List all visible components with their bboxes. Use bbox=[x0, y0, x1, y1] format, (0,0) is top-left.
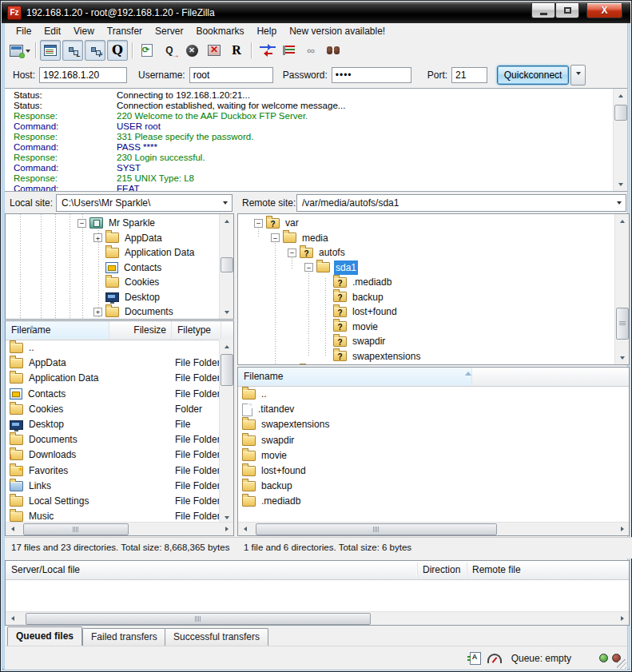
file-list-item[interactable]: DocumentsFile Folder bbox=[6, 432, 220, 447]
menu-item-bookmarks[interactable]: Bookmarks bbox=[189, 24, 250, 38]
toggle-remote-tree-button[interactable]: F bbox=[85, 40, 105, 61]
tree-item[interactable]: backup bbox=[238, 290, 629, 305]
file-list-item[interactable]: DesktopFile bbox=[6, 417, 220, 432]
directory-comparison-button[interactable] bbox=[278, 40, 299, 61]
remote-list-hscrollbar-thumb[interactable] bbox=[256, 523, 497, 535]
tree-item[interactable]: −Mr Sparkle bbox=[6, 216, 233, 231]
log-scrollbar[interactable] bbox=[613, 89, 627, 191]
menu-item-new-version-available-[interactable]: New version available! bbox=[283, 24, 392, 38]
column-header-filename[interactable]: Filename bbox=[6, 321, 109, 339]
scroll-down-icon[interactable] bbox=[614, 178, 627, 191]
scroll-right-icon[interactable] bbox=[616, 523, 629, 535]
tree-item[interactable]: dvd bbox=[238, 364, 629, 365]
local-site-combo[interactable]: C:\Users\Mr Sparkle\ bbox=[56, 194, 233, 212]
menu-item-edit[interactable]: Edit bbox=[38, 24, 67, 38]
refresh-button[interactable] bbox=[137, 40, 157, 61]
queue-hscrollbar[interactable] bbox=[6, 611, 629, 625]
synchronized-browsing-button[interactable]: ∞ bbox=[300, 40, 321, 61]
tree-expander-icon[interactable]: + bbox=[93, 308, 102, 316]
local-list-hscrollbar-thumb[interactable] bbox=[23, 523, 129, 535]
close-button[interactable]: X bbox=[586, 3, 622, 18]
scroll-right-icon[interactable] bbox=[616, 612, 629, 625]
tree-item[interactable]: .mediadb bbox=[238, 275, 629, 290]
local-list-scrollbar-thumb[interactable] bbox=[221, 354, 233, 386]
transfer-queue[interactable]: Server/Local file Direction Remote file bbox=[5, 560, 630, 626]
column-header-remote-file[interactable]: Remote file bbox=[467, 561, 562, 579]
queue-hscrollbar-thumb[interactable] bbox=[26, 613, 371, 625]
tab-successful-transfers[interactable]: Successful transfers bbox=[165, 628, 268, 646]
file-list-item[interactable]: .. bbox=[6, 340, 220, 356]
tree-item[interactable]: swapextensions bbox=[238, 349, 629, 364]
tree-item[interactable]: movie bbox=[238, 320, 629, 335]
file-list-item[interactable]: DownloadsFile Folder bbox=[6, 447, 220, 463]
tree-item[interactable]: swapdir bbox=[238, 334, 629, 349]
local-directory-tree[interactable]: −Mr Sparkle+AppDataApplication DataConta… bbox=[5, 213, 234, 320]
menu-item-transfer[interactable]: Transfer bbox=[101, 24, 149, 38]
tree-item[interactable]: +AppData bbox=[6, 231, 233, 246]
tree-item[interactable]: −autofs bbox=[238, 245, 629, 260]
file-list-item[interactable]: AppDataFile Folder bbox=[6, 356, 220, 371]
file-list-item[interactable]: lost+found bbox=[238, 463, 629, 479]
tree-expander-icon[interactable]: − bbox=[254, 219, 263, 228]
maximize-button[interactable] bbox=[555, 3, 579, 18]
password-input[interactable] bbox=[332, 67, 411, 83]
scroll-down-icon[interactable] bbox=[615, 352, 629, 364]
file-list-item[interactable]: backup bbox=[238, 479, 629, 494]
column-header-direction[interactable]: Direction bbox=[417, 561, 467, 579]
quickconnect-button[interactable]: Quickconnect bbox=[497, 66, 569, 85]
tree-item[interactable]: −sda1 bbox=[238, 260, 629, 276]
tree-item[interactable]: Application Data bbox=[6, 245, 233, 260]
file-list-item[interactable]: LinksFile Folder bbox=[6, 479, 220, 494]
remote-tree-scrollbar-thumb[interactable] bbox=[616, 308, 629, 340]
quickconnect-dropdown-button[interactable] bbox=[570, 65, 586, 85]
tree-expander-icon[interactable]: − bbox=[304, 263, 313, 272]
tree-expander-icon[interactable]: + bbox=[93, 233, 102, 242]
toggle-local-tree-button[interactable]: L bbox=[62, 40, 83, 61]
tree-item[interactable]: +Documents bbox=[6, 304, 233, 320]
local-tree-scrollbar[interactable] bbox=[219, 214, 233, 319]
local-list-scrollbar[interactable] bbox=[219, 340, 233, 524]
tree-item[interactable]: Desktop bbox=[6, 290, 233, 305]
scroll-up-icon[interactable] bbox=[220, 214, 233, 227]
message-log[interactable]: Status:Connecting to 192.168.1.20:21...S… bbox=[5, 89, 627, 192]
find-files-button[interactable] bbox=[323, 40, 344, 61]
transfer-type-icon[interactable] bbox=[470, 652, 481, 665]
remote-site-combo[interactable]: /var/media/autofs/sda1 bbox=[296, 194, 626, 212]
menu-item-file[interactable]: File bbox=[10, 24, 38, 38]
speed-limits-icon[interactable] bbox=[487, 654, 502, 663]
file-list-item[interactable]: Application DataFile Folder bbox=[6, 371, 220, 386]
minimize-button[interactable] bbox=[531, 3, 555, 18]
scroll-up-icon[interactable] bbox=[615, 214, 629, 227]
resize-grip[interactable] bbox=[617, 659, 626, 669]
tab-queued-files[interactable]: Queued files bbox=[7, 626, 82, 646]
menu-item-view[interactable]: View bbox=[67, 24, 101, 38]
tree-item[interactable]: −media bbox=[238, 231, 629, 246]
tree-item[interactable]: lost+found bbox=[238, 304, 629, 320]
local-list-hscrollbar[interactable] bbox=[6, 522, 233, 535]
remote-file-list[interactable]: Filename ...titandevswapextensionsswapdi… bbox=[237, 367, 630, 536]
file-list-item[interactable]: .mediadb bbox=[238, 494, 629, 509]
tree-item[interactable]: Downloads bbox=[6, 320, 233, 320]
column-header-filesize[interactable]: Filesize bbox=[109, 321, 172, 339]
cancel-button[interactable]: ✕ bbox=[181, 40, 202, 61]
tree-item[interactable]: Contacts bbox=[6, 260, 233, 276]
file-list-item[interactable]: .titandev bbox=[238, 402, 629, 417]
remote-tree-scrollbar[interactable] bbox=[614, 214, 629, 364]
scroll-up-icon[interactable] bbox=[614, 89, 627, 101]
site-manager-button[interactable] bbox=[9, 40, 31, 61]
local-tree-scrollbar-thumb[interactable] bbox=[221, 257, 233, 272]
toggle-message-log-button[interactable] bbox=[40, 40, 61, 61]
file-list-item[interactable]: CookiesFolder bbox=[6, 402, 220, 417]
local-file-list[interactable]: Filename Filesize Filetype ..AppDataFile… bbox=[5, 320, 234, 536]
file-list-item[interactable]: ContactsFile Folder bbox=[6, 387, 220, 402]
title-bar[interactable]: Fz 192.168.1.20 - root@192.168.1.20 - Fi… bbox=[2, 2, 630, 23]
scroll-up-icon[interactable] bbox=[220, 340, 233, 352]
scroll-left-icon[interactable] bbox=[6, 523, 18, 535]
file-list-item[interactable]: Local SettingsFile Folder bbox=[6, 494, 220, 509]
column-header-filename[interactable]: Filename bbox=[238, 368, 472, 385]
remote-list-hscrollbar[interactable] bbox=[238, 522, 629, 535]
username-input[interactable] bbox=[189, 67, 273, 83]
tree-item[interactable]: −var bbox=[238, 216, 629, 231]
file-list-item[interactable]: movie bbox=[238, 448, 629, 463]
log-scrollbar-thumb[interactable] bbox=[614, 105, 627, 121]
